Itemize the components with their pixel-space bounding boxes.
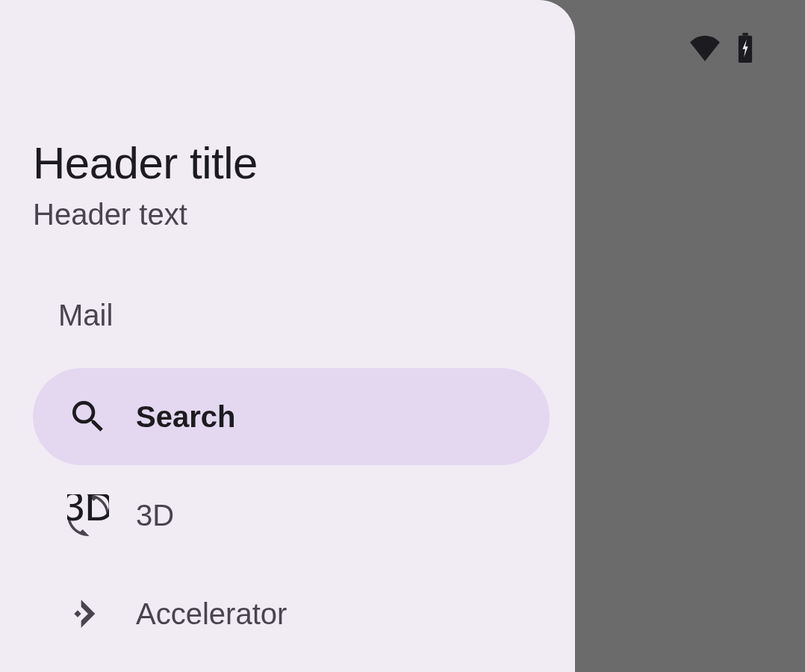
nav-item-3d[interactable]: 3D 3D: [33, 467, 550, 564]
svg-rect-1: [742, 33, 748, 36]
accelerator-icon: [63, 588, 114, 639]
drawer-section: Mail Search 3D: [33, 299, 575, 662]
section-label: Mail: [33, 299, 575, 332]
status-bar: [689, 33, 754, 66]
nav-item-label: Accelerator: [136, 597, 287, 631]
scrim-overlay[interactable]: [575, 0, 805, 672]
wifi-icon: [689, 34, 721, 64]
nav-item-label: Search: [136, 400, 235, 434]
navigation-drawer: Header title Header text Mail Search: [0, 0, 575, 672]
rotation-3d-icon: 3D: [63, 490, 114, 541]
drawer-header-text: Header text: [33, 198, 575, 231]
nav-item-accelerator[interactable]: Accelerator: [33, 565, 550, 662]
nav-item-label: 3D: [136, 499, 174, 532]
drawer-header-title: Header title: [33, 137, 575, 189]
svg-text:3D: 3D: [67, 494, 109, 529]
nav-list: Search 3D 3D: [33, 368, 575, 662]
nav-item-search[interactable]: Search: [33, 368, 550, 465]
search-icon: [63, 391, 114, 442]
battery-charging-icon: [736, 33, 754, 66]
